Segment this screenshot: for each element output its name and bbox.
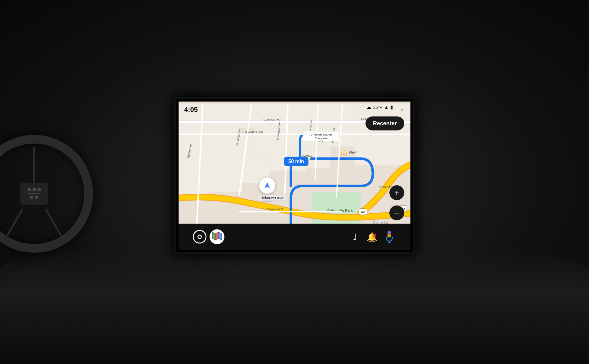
bottom-nav-bar: ♩ 🔔	[179, 224, 410, 250]
svg-rect-13	[355, 134, 410, 165]
assistant-button[interactable]	[381, 228, 398, 246]
microphone-icon	[384, 231, 394, 243]
svg-text:Chevron Station: Chevron Station	[311, 133, 332, 136]
home-icon-inner	[197, 235, 202, 239]
dashboard-panel	[0, 246, 589, 364]
bell-icon: 🔔	[367, 232, 378, 242]
music-button[interactable]: ♩	[346, 228, 363, 246]
svg-rect-66	[388, 233, 391, 235]
home-button[interactable]	[191, 228, 208, 246]
music-note-icon: ♩	[353, 232, 357, 242]
cloud-icon: ☁	[366, 104, 371, 110]
svg-rect-15	[209, 165, 242, 192]
navigation-arrow	[259, 178, 275, 194]
zoom-in-button[interactable]: +	[389, 185, 404, 200]
svg-text:E Weddell Dr: E Weddell Dr	[267, 207, 285, 211]
maps-icon	[210, 229, 224, 244]
steering-wheel	[0, 135, 93, 253]
temperature: 35°F	[373, 104, 382, 109]
signal-icon: ▲	[384, 104, 389, 110]
svg-rect-68	[388, 236, 391, 237]
eta-display: 50 min	[284, 157, 308, 166]
zoom-out-button[interactable]: −	[389, 206, 404, 220]
unknown-road-label: Unknown road	[258, 195, 287, 201]
maps-button[interactable]	[208, 228, 226, 246]
svg-text:Sunnyvale: Sunnyvale	[315, 137, 328, 140]
notifications-button[interactable]: 🔔	[363, 228, 381, 246]
map-area: Columbia Park Alturas Ave	[179, 102, 410, 228]
home-icon	[193, 230, 206, 244]
battery-icon: ▮	[390, 104, 393, 110]
svg-text:101: 101	[361, 211, 366, 214]
svg-marker-57	[264, 182, 270, 189]
svg-text:⛽: ⛽	[343, 152, 346, 155]
notification-badge	[373, 233, 376, 237]
svg-rect-65	[388, 231, 391, 233]
svg-text:Shell: Shell	[348, 150, 356, 154]
car-interior: Columbia Park Alturas Ave	[0, 0, 589, 364]
android-auto-screen: Columbia Park Alturas Ave	[174, 97, 415, 255]
recenter-button[interactable]: Recenter	[365, 117, 404, 131]
weather-display: ☁ 35°F ▲ ▮	[366, 104, 393, 110]
screen-bezel: Columbia Park Alturas Ave	[174, 97, 415, 255]
